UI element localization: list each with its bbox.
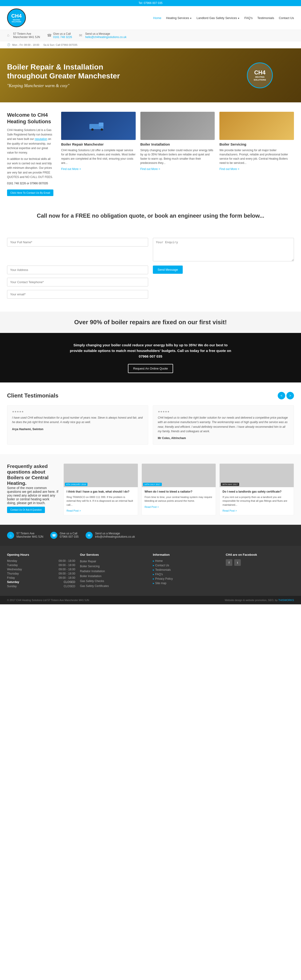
footer-col-social: CH4 are on Facebook f t (226, 553, 294, 589)
testimonials-title: Client Testimonials (7, 392, 58, 399)
footer-service-link-3[interactable]: Radiator Installation (80, 570, 105, 573)
enquiry-input[interactable] (153, 238, 294, 261)
welcome-left: Welcome to CH4 Heating Solutions CH4 Hea… (7, 112, 54, 196)
footer-info-6: Site map (153, 582, 221, 585)
dark-cta: Simply changing your boiler could reduce… (0, 333, 301, 382)
form-col-email (7, 290, 148, 299)
footer-top: ⌂ 57 Tintern Ave Manchester M41 5JN ☎ Gi… (0, 525, 301, 546)
nav-contact[interactable]: Contact Us (279, 16, 294, 20)
testimonial-2: ★★★★★ CH4 helped us to select the right … (153, 405, 294, 445)
testimonials-grid: ★★★★★ I have used CH4 without hesitation… (7, 405, 294, 445)
testimonials-next-btn[interactable]: > (287, 392, 294, 399)
footer-service-link-2[interactable]: Boiler Servicing (80, 565, 99, 568)
service-title-repair: Boiler Repair Manchester (61, 142, 136, 146)
form-col-enquiry (153, 238, 294, 262)
contact-address: ⌂ 57 Tintern Ave Manchester M41 5JN (7, 32, 40, 39)
address-city: Manchester M41 5JN (13, 35, 40, 39)
facebook-btn[interactable]: f (226, 559, 232, 566)
footer-info-link-4[interactable]: FAQ's (153, 573, 221, 576)
svg-rect-1 (99, 123, 104, 126)
footer-address: ⌂ 57 Tintern Ave Manchester M41 5JN (7, 532, 43, 539)
full-name-input[interactable] (7, 238, 148, 247)
logo[interactable]: CH4 HEATINGSOLUTIONS (7, 8, 26, 27)
twitter-btn[interactable]: t (234, 559, 241, 566)
faq-contact-btn[interactable]: Contact Us Or Ask A Question (7, 507, 45, 513)
service-title-install: Boiler Installation (140, 142, 215, 146)
footer-col-services: Our Services Boiler Repair Boiler Servic… (80, 553, 148, 589)
faq-img-radiator: 14TH JULY 2017 (142, 464, 216, 487)
footer-info-link-3[interactable]: Testimonials (153, 568, 221, 571)
hero-logo: CH4 HEATINGSOLUTIONS (247, 62, 273, 88)
footer-email: ✉ Send us a Message info@ch4heatingsolut… (86, 532, 135, 539)
footer-info-link-6[interactable]: Site map (153, 582, 221, 585)
hero-content: Boiler Repair & Installation throughout … (7, 62, 125, 88)
address-input[interactable] (7, 266, 148, 274)
faq-title: Frequently asked questions about Boilers… (7, 463, 59, 486)
testimonials-header: Client Testimonials < > (7, 392, 294, 399)
service-link-repair[interactable]: Find out More (61, 167, 81, 171)
service-desc-servicing: We provide boiler servicing for all majo… (219, 148, 294, 165)
hours-text2: Sa & Sun: Call 07966 007035 (41, 43, 77, 46)
footer-service-6: Gas Safety Certificates (80, 584, 148, 588)
footer-service-link-4[interactable]: Boiler Installation (80, 574, 101, 578)
form-row-3 (7, 278, 294, 286)
send-message-button[interactable]: Send Message (153, 266, 183, 274)
email-input[interactable] (7, 290, 148, 299)
footer-col-hours: Opening Hours Monday09:00 - 18:00 Tuesda… (7, 553, 75, 589)
testimonials-prev-btn[interactable]: < (278, 392, 285, 399)
footer-email-label: Send us a Message (95, 532, 135, 535)
footer-service-3: Radiator Installation (80, 569, 148, 573)
footer-col-info: Information Home Contact Us Testimonials… (153, 553, 221, 589)
phone-label: Give us a Call (53, 32, 72, 35)
faq-title-3: Do I need a landlords gas safety certifi… (223, 490, 291, 493)
footer-info-link-2[interactable]: Contact Us (153, 564, 221, 567)
footer-services-title: Our Services (80, 553, 148, 557)
footer-service-link-1[interactable]: Boiler Repair (80, 560, 96, 563)
sunday-status: CLOSED (64, 585, 75, 588)
opening-monday: Monday09:00 - 18:00 (7, 559, 75, 563)
service-link-install[interactable]: Find out More (140, 167, 160, 171)
footer-info-5: Privacy Policy (153, 577, 221, 581)
main-nav: Home Heating Services Landlord Gas Safet… (153, 16, 294, 20)
nav-faqs[interactable]: FAQ's (244, 16, 253, 20)
nav-home[interactable]: Home (153, 16, 161, 20)
phone-input[interactable] (7, 278, 148, 286)
footer-info-4: FAQ's (153, 573, 221, 576)
faq-card-1: 6TH JANUARY 2016 I think that I have a g… (64, 463, 138, 515)
clock-icon: 🕐 (7, 43, 10, 46)
online-quote-btn[interactable]: Request An Online Quote (128, 364, 173, 373)
service-link-servicing[interactable]: Find out More (219, 167, 239, 171)
faq-link-2[interactable]: Read Post (145, 506, 159, 508)
faq-right-col: 6TH JANUARY 2016 I think that I have a g… (64, 463, 294, 515)
footer-service-link-5[interactable]: Gas Safety Checks (80, 579, 104, 583)
faq-main: Frequently asked questions about Boilers… (7, 463, 294, 515)
opening-friday: Friday09:00 - 18:00 (7, 576, 75, 579)
faq-title-1: I think that I have a gas leak, what sho… (67, 490, 135, 493)
credit-link[interactable]: THISWORKS (278, 599, 294, 601)
form-col-spacer (153, 278, 294, 286)
faq-link-3[interactable]: Read Post (223, 509, 237, 512)
stats-banner: Over 90% of boiler repairs are fixed on … (0, 312, 301, 333)
nav-landlord-gas[interactable]: Landlord Gas Safety Services (197, 16, 240, 20)
footer-cols: Opening Hours Monday09:00 - 18:00 Tuesda… (0, 546, 301, 596)
faq-card-2-body: When do I need to bleed a radiator? From… (142, 487, 216, 511)
footer-info-3: Testimonials (153, 568, 221, 571)
testimonial-1-stars: ★★★★★ (12, 410, 143, 413)
faq-text-3: If you rent out a property then as a lan… (223, 495, 291, 507)
footer-social-title: CH4 are on Facebook (226, 553, 294, 557)
opening-wednesday: Wednesday09:00 - 18:00 (7, 568, 75, 571)
footer-location-icon: ⌂ (7, 532, 14, 539)
footer-info-link-1[interactable]: Home (153, 559, 221, 563)
footer-service-link-6[interactable]: Gas Safety Certificates (80, 584, 109, 588)
opening-sunday: Sunday CLOSED (7, 585, 75, 588)
email-contact-btn[interactable]: Click Here To Contact Us By Email (7, 189, 53, 196)
nav-heating-services[interactable]: Heating Services (166, 16, 192, 20)
footer-info-link-5[interactable]: Privacy Policy (153, 577, 221, 581)
reputation-link[interactable]: reputation (35, 137, 47, 141)
nav-testimonials[interactable]: Testimonials (257, 16, 274, 20)
contact-bar: ⌂ 57 Tintern Ave Manchester M41 5JN ☎ Gi… (0, 30, 301, 41)
phone-number[interactable]: 0161 748 3226 (53, 35, 72, 39)
email-address[interactable]: hello@ch4heatingsolutions.co.uk (85, 35, 126, 39)
faq-link-1[interactable]: Read Post (67, 509, 81, 512)
testimonial-1-text: I have used CH4 without hesitation for a… (12, 415, 143, 425)
